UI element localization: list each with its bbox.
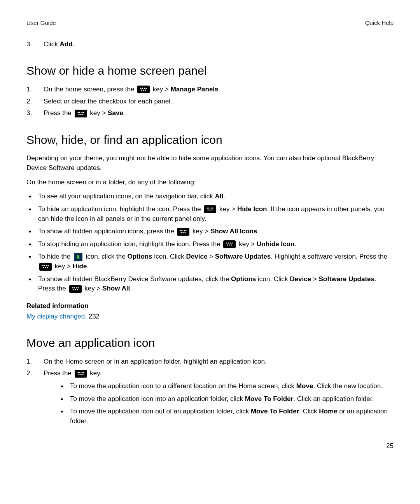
svg-point-45 bbox=[77, 287, 79, 288]
svg-point-44 bbox=[76, 287, 77, 288]
menu-key-icon bbox=[39, 263, 52, 271]
list-item: To show all hidden BlackBerry Device Sof… bbox=[26, 275, 394, 294]
svg-point-55 bbox=[82, 374, 83, 375]
header-right: Quick Help bbox=[365, 19, 394, 27]
svg-point-31 bbox=[232, 243, 233, 244]
related-link[interactable]: My display changed, bbox=[26, 313, 87, 320]
menu-key-icon bbox=[69, 285, 82, 293]
svg-point-54 bbox=[80, 374, 81, 375]
list-item: To see all your application icons, on th… bbox=[26, 192, 394, 201]
list-item: To hide an application icon, highlight t… bbox=[26, 205, 394, 224]
svg-point-50 bbox=[79, 372, 80, 373]
svg-point-0 bbox=[140, 88, 142, 89]
svg-point-49 bbox=[77, 372, 79, 373]
svg-point-20 bbox=[212, 210, 213, 211]
menu-key-icon bbox=[75, 370, 87, 378]
svg-point-42 bbox=[72, 287, 73, 288]
svg-point-9 bbox=[81, 112, 82, 113]
svg-point-37 bbox=[46, 265, 47, 266]
svg-point-23 bbox=[184, 230, 185, 231]
move-steps: On the Home screen or in an application … bbox=[26, 357, 394, 426]
svg-point-15 bbox=[208, 208, 210, 209]
svg-point-39 bbox=[43, 267, 44, 268]
svg-point-46 bbox=[73, 289, 74, 290]
menu-key-icon bbox=[223, 240, 236, 248]
step: Select or clear the checkbox for each pa… bbox=[26, 97, 394, 107]
prev-steps: Click Add. bbox=[26, 40, 394, 49]
svg-point-30 bbox=[230, 243, 231, 244]
svg-point-25 bbox=[181, 232, 182, 233]
svg-point-43 bbox=[74, 287, 75, 288]
list-item: To move the application icon to a differ… bbox=[58, 382, 394, 391]
list-item: To hide the icon, click the Options icon… bbox=[26, 252, 394, 271]
svg-point-2 bbox=[144, 88, 145, 89]
svg-point-24 bbox=[186, 230, 187, 231]
menu-key-icon bbox=[177, 228, 189, 236]
step: On the Home screen or in an application … bbox=[26, 357, 394, 367]
lead-paragraph: On the home screen or in a folder, do an… bbox=[26, 178, 394, 187]
list-item: To move the application icon into an app… bbox=[58, 394, 394, 404]
step: Press the key > Save. bbox=[26, 108, 394, 118]
svg-point-27 bbox=[185, 232, 186, 233]
svg-point-5 bbox=[143, 90, 144, 91]
section-title-appicon: Show, hide, or find an application icon bbox=[26, 131, 394, 149]
svg-point-11 bbox=[78, 114, 79, 115]
related-info-heading: Related information bbox=[26, 301, 394, 311]
svg-point-17 bbox=[212, 208, 214, 209]
svg-point-6 bbox=[145, 90, 146, 91]
svg-point-32 bbox=[227, 245, 228, 246]
svg-point-18 bbox=[208, 210, 209, 211]
svg-point-3 bbox=[146, 88, 147, 89]
svg-point-21 bbox=[180, 230, 181, 231]
svg-point-33 bbox=[229, 245, 230, 246]
related-pagenum: 232 bbox=[87, 313, 100, 320]
page-number: 25 bbox=[386, 441, 394, 451]
svg-point-51 bbox=[81, 372, 82, 373]
svg-point-41 bbox=[47, 267, 48, 268]
svg-point-47 bbox=[75, 289, 76, 290]
section-title-move: Move an application icon bbox=[26, 334, 394, 352]
svg-point-13 bbox=[82, 114, 83, 115]
svg-point-8 bbox=[79, 112, 80, 113]
svg-point-34 bbox=[231, 245, 232, 246]
svg-point-14 bbox=[207, 208, 208, 209]
menu-key-icon bbox=[204, 205, 216, 213]
section-title-panel: Show or hide a home screen panel bbox=[26, 62, 394, 79]
svg-point-10 bbox=[83, 112, 84, 113]
svg-point-7 bbox=[77, 112, 79, 113]
move-sub-bullets: To move the application icon to a differ… bbox=[58, 382, 394, 426]
step: Click Add. bbox=[26, 40, 394, 49]
step: On the home screen, press the key > Mana… bbox=[26, 85, 394, 94]
svg-point-29 bbox=[228, 243, 229, 244]
svg-point-38 bbox=[47, 265, 49, 266]
menu-key-icon bbox=[75, 110, 87, 117]
svg-point-53 bbox=[78, 374, 79, 375]
header-left: User Guide bbox=[26, 19, 56, 27]
intro-paragraph: Depending on your theme, you might not b… bbox=[26, 154, 394, 173]
svg-point-22 bbox=[182, 230, 183, 231]
svg-point-28 bbox=[226, 243, 228, 244]
menu-key-icon bbox=[137, 86, 150, 93]
svg-point-35 bbox=[42, 265, 43, 266]
svg-point-16 bbox=[211, 208, 212, 209]
svg-point-4 bbox=[141, 90, 142, 91]
svg-point-1 bbox=[142, 88, 143, 89]
panel-steps: On the home screen, press the key > Mana… bbox=[26, 85, 394, 118]
list-item: To move the application icon out of an a… bbox=[58, 407, 394, 426]
svg-point-19 bbox=[210, 210, 211, 211]
list-item: To stop hiding an application icon, high… bbox=[26, 240, 394, 249]
step: Press the key. To move the application i… bbox=[26, 369, 394, 426]
list-item: To show all hidden application icons, pr… bbox=[26, 227, 394, 236]
svg-point-12 bbox=[80, 114, 81, 115]
svg-point-26 bbox=[183, 232, 184, 233]
svg-point-36 bbox=[44, 265, 45, 266]
svg-point-40 bbox=[45, 267, 46, 268]
related-info-line: My display changed, 232 bbox=[26, 312, 394, 322]
page-header: User Guide Quick Help bbox=[26, 19, 394, 27]
appicon-bullets: To see all your application icons, on th… bbox=[26, 192, 394, 294]
svg-point-52 bbox=[83, 372, 84, 373]
software-update-icon bbox=[74, 253, 82, 261]
svg-point-48 bbox=[77, 289, 78, 290]
